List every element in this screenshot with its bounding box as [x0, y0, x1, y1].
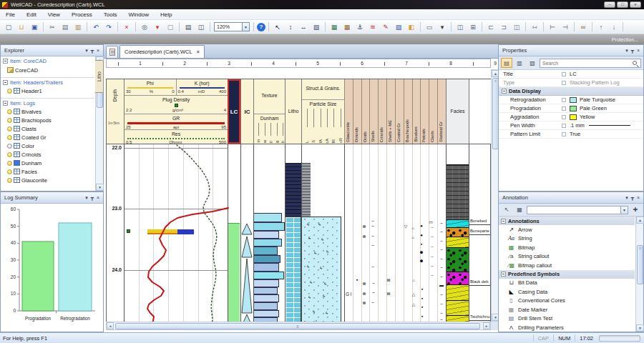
zoom-value[interactable]: 120% — [214, 22, 243, 31]
explorer-item-brachiopods[interactable]: Brachiopods — [1, 116, 94, 124]
design-icon[interactable]: ▨ — [393, 21, 404, 33]
close-icon[interactable]: × — [97, 193, 99, 203]
document-tab[interactable]: Coredescription (Carb).WCL × — [119, 45, 205, 58]
ic-column-header[interactable]: IC — [240, 79, 253, 144]
zoom-combo[interactable]: 120%▼ — [214, 22, 250, 31]
property-row-data-display[interactable]: Data Display — [499, 87, 643, 96]
page-setup-icon[interactable]: ▭ — [424, 21, 435, 33]
categorized-view-button[interactable]: ▤ — [501, 58, 512, 68]
explorer-item-glauconite[interactable]: Glauconite — [1, 176, 94, 184]
search-input[interactable] — [540, 61, 633, 66]
fit-width-icon[interactable]: ↔ — [298, 21, 309, 33]
link-icon[interactable]: ∞ — [577, 21, 589, 33]
annotation-item-casing-data[interactable]: ◣Casing Data — [499, 287, 635, 297]
property-row-pattern-limit[interactable]: Pattern LimitTrue — [499, 130, 643, 139]
select-block-icon[interactable]: ▧ — [311, 21, 322, 33]
delete-icon[interactable]: × — [121, 21, 132, 33]
scroll-thumb[interactable]: ≡ — [637, 245, 643, 284]
menu-item-process[interactable]: Process — [66, 9, 98, 20]
collapse-icon[interactable] — [3, 101, 8, 106]
scroll-down-icon[interactable]: ▼ — [96, 184, 104, 191]
explorer-item-header1[interactable]: Header1 — [1, 86, 94, 95]
anchor-icon[interactable]: ⚓ — [354, 21, 366, 33]
explorer-item-facies[interactable]: Facies — [1, 167, 94, 176]
annotation-scrollbar[interactable]: ▲ ▼ ≡ — [635, 217, 643, 332]
new-symbol-button[interactable]: ✚ — [630, 205, 641, 215]
paste-icon[interactable]: ▥ — [72, 21, 84, 33]
explorer-item-corecad[interactable]: CoreCAD — [1, 66, 94, 74]
menu-item-edit[interactable]: Edit — [21, 9, 42, 20]
copy-icon[interactable]: ▤ — [59, 21, 71, 33]
pin-icon[interactable]: ┳ — [631, 193, 634, 203]
maximize-button[interactable]: □ — [617, 1, 628, 8]
annotation-item-conventional-cores[interactable]: ▯Conventional Cores — [499, 297, 635, 306]
document-horizontal-scrollbar[interactable]: ◂ ▸ ≡ — [106, 322, 491, 330]
scroll-right-icon[interactable]: ▸ — [483, 322, 490, 329]
sort-up-icon[interactable]: ↑ — [595, 21, 607, 33]
print-preview-icon[interactable]: ◫ — [195, 21, 207, 33]
annotation-item-bitmap[interactable]: ▦Bitmap — [499, 243, 635, 252]
panel-menu-icon[interactable]: ▾ — [625, 46, 628, 56]
insert-left-icon[interactable]: ⊏ — [485, 21, 497, 33]
menu-item-tools[interactable]: Tools — [98, 9, 123, 20]
cut-icon[interactable]: ✂ — [47, 21, 58, 33]
explorer-group-2[interactable]: Item: Logs — [1, 98, 94, 107]
menu-item-file[interactable]: File — [0, 9, 21, 20]
collapse-icon[interactable] — [501, 219, 506, 224]
search-box[interactable] — [540, 59, 641, 68]
annotation-item-string[interactable]: AaString — [499, 234, 635, 244]
collapsed-panel-tab[interactable]: Litho — [95, 60, 104, 93]
close-icon[interactable]: × — [637, 193, 640, 203]
page-view-button[interactable]: ▧ — [527, 58, 538, 68]
insert-right-icon[interactable]: ⊐ — [498, 21, 509, 33]
annotation-combo[interactable]: ▼ — [527, 206, 628, 214]
explorer-item-clasts[interactable]: Clasts — [1, 124, 94, 133]
panel-menu-icon[interactable]: ▾ — [85, 193, 88, 203]
annotation-item-drilling-parameters[interactable]: ΛDrilling Parameters — [499, 323, 635, 332]
pin-right-icon[interactable]: ⊣ — [560, 21, 571, 33]
explorer-item-coated-gr[interactable]: Coated Gr — [1, 133, 94, 141]
chevron-down-icon[interactable]: ▼ — [243, 22, 250, 31]
flag-icon[interactable]: ▾ — [152, 21, 163, 33]
annotation-item-date-marker[interactable]: ▦Date Marker — [499, 305, 635, 314]
print-icon[interactable]: ▤ — [182, 21, 194, 33]
collapse-icon[interactable] — [501, 272, 506, 277]
close-icon[interactable]: × — [97, 46, 99, 56]
pointer-icon[interactable]: ↖ — [272, 21, 283, 33]
panel-menu-icon[interactable]: ▾ — [625, 193, 628, 203]
collapse-icon[interactable] — [3, 59, 8, 64]
annotation-item-drill-stem-test[interactable]: ▤Drill Stem Test — [499, 314, 635, 324]
new-icon[interactable]: ▢ — [3, 21, 14, 33]
crossplot-icon[interactable]: ≋ — [367, 21, 379, 33]
document-icon-tab[interactable] — [106, 46, 118, 58]
insert-between-icon[interactable]: ◫ — [511, 21, 522, 33]
property-row-progradation[interactable]: ProgradationPale Green — [499, 104, 643, 113]
table-icon[interactable]: ▦ — [328, 21, 340, 33]
annotation-item-bit-data[interactable]: ⊔Bit Data — [499, 279, 635, 288]
distribute-icon[interactable]: ⇿ — [529, 21, 540, 33]
redo-icon[interactable]: ↷ — [103, 21, 114, 33]
menu-item-view[interactable]: View — [42, 9, 66, 20]
window-split-icon[interactable]: ◫ — [454, 21, 466, 33]
help-icon[interactable]: ? — [257, 23, 265, 31]
scroll-thumb[interactable]: ≡ — [115, 323, 480, 329]
scroll-down-icon[interactable]: ▼ — [636, 324, 644, 332]
pin-icon[interactable]: ┳ — [91, 46, 94, 56]
property-row-retrogradation[interactable]: RetrogradationPale Turquoise — [499, 96, 643, 104]
annotation-group-annotations[interactable]: Annotations — [499, 217, 635, 225]
sort-down-icon[interactable]: ↓ — [608, 21, 620, 33]
table-edit-icon[interactable]: ▦ — [341, 21, 353, 33]
zoom-tool-icon[interactable]: ◎ — [139, 21, 150, 33]
menu-item-window[interactable]: Window — [122, 9, 154, 20]
explorer-group-0[interactable]: Item: CoreCAD — [1, 56, 94, 66]
annotation-item-string-callout[interactable]: ⁄aString callout — [499, 252, 635, 262]
explorer-item-dunham[interactable]: Dunham — [1, 159, 94, 167]
fit-height-icon[interactable]: ↕ — [285, 21, 296, 33]
property-row-type[interactable]: TypeStacking Pattern Log — [499, 79, 643, 87]
explorer-group-1[interactable]: Item: Headers/Trailers — [1, 77, 94, 86]
property-row-title[interactable]: TitleLC — [499, 70, 643, 79]
pointer-tool-button[interactable]: ↖ — [501, 205, 512, 215]
page-setup-arrow-icon[interactable]: ▾ — [436, 21, 448, 33]
property-row-pen-width[interactable]: Pen Width.1 mm — [499, 121, 643, 130]
explorer-item-color[interactable]: Color — [1, 141, 94, 150]
